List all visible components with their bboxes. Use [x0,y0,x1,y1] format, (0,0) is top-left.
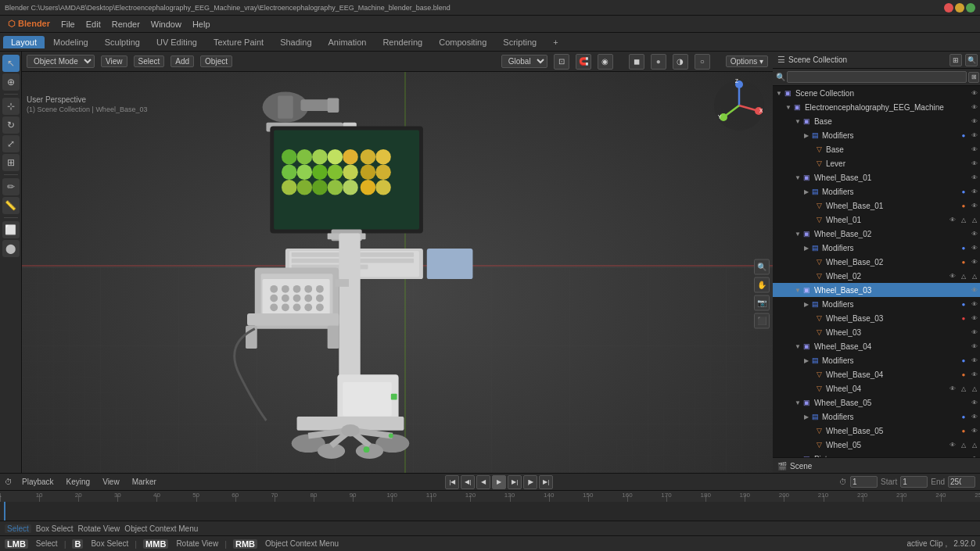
view-menu[interactable]: View [101,55,127,67]
tri-w01b[interactable]: △ [970,215,979,224]
outliner-row-wb01[interactable]: ▼ ▣ Wheel_Base_01 👁 [773,170,980,184]
mode-select[interactable]: Object Mode Edit Mode Sculpt Mode [27,55,95,68]
tab-scripting[interactable]: Scripting [495,36,544,48]
tab-modeling[interactable]: Modeling [45,36,96,48]
eye-wb01-obj[interactable]: 👁 [970,201,979,210]
outliner-row-wb01-obj[interactable]: ▽ Wheel_Base_01 ● 👁 [773,199,980,213]
snap-icon[interactable]: 🧲 [576,54,591,70]
eye-wb03[interactable]: 👁 [970,285,979,295]
end-frame-input[interactable] [948,476,975,488]
outliner-row-wb03-obj[interactable]: ▽ Wheel_Base_03 ● 👁 [773,311,980,325]
play-btn[interactable]: ▶ [492,475,506,489]
expand-mod-wb05[interactable]: ▶ [804,413,809,420]
expand-mod1[interactable]: ▶ [804,132,809,139]
dot-wb05[interactable]: ● [959,412,968,421]
maximize-button[interactable] [966,3,975,13]
select-menu[interactable]: Select [134,55,165,67]
expand-base[interactable]: ▼ [795,118,801,125]
tab-rendering[interactable]: Rendering [375,36,430,48]
tri-w05b[interactable]: △ [970,440,979,449]
viewport-shading-solid[interactable]: ● [651,54,666,70]
outliner-row-wb02[interactable]: ▼ ▣ Wheel_Base_02 👁 [773,227,980,241]
expand-wb04[interactable]: ▼ [795,343,801,350]
tri-w05a[interactable]: △ [959,440,968,449]
pan-tool[interactable]: ✋ [754,277,770,292]
tri-w02b[interactable]: △ [970,271,979,281]
outliner-row-mod-wb01[interactable]: ▶ ▤ Modifiers ● 👁 [773,184,980,199]
tool-annotate[interactable]: ✏ [2,178,20,195]
orange-dot-wb01[interactable]: ● [959,201,968,210]
menu-blender[interactable]: ⬡ Blender [3,18,55,30]
tab-animation[interactable]: Animation [321,36,375,48]
outliner-row-w02[interactable]: ▽ Wheel_02 👁 △ △ [773,269,980,283]
outliner-row-wb05-obj[interactable]: ▽ Wheel_Base_05 ● 👁 [773,424,980,438]
outliner-row-mod-wb02[interactable]: ▶ ▤ Modifiers ● 👁 [773,241,980,255]
eye-mod-wb05[interactable]: 👁 [970,412,979,421]
tl-view[interactable]: View [99,478,123,486]
tl-playback[interactable]: Playback [19,478,57,486]
eye-w04[interactable]: 👁 [948,384,957,393]
add-menu[interactable]: Add [171,55,194,67]
tri-w02a[interactable]: △ [959,271,968,281]
minimize-button[interactable] [955,3,964,13]
tool-transform[interactable]: ⊞ [2,154,20,171]
orange-dot-wb02[interactable]: ● [959,257,968,267]
footer-context[interactable]: Object Context Menu [124,524,198,533]
search-input[interactable] [787,71,967,83]
tri-w04a[interactable]: △ [959,384,968,393]
outliner-row-wb03[interactable]: ▼ ▣ Wheel_Base_03 👁 [773,283,980,297]
dot-icon-1[interactable]: ● [959,131,968,140]
jump-end-btn[interactable]: ▶| [539,475,553,489]
next-keyframe-btn[interactable]: |▶ [523,475,537,489]
eye-icon-base-obj[interactable]: 👁 [970,145,979,154]
tool-move[interactable]: ⊹ [2,98,20,115]
timeline-playhead[interactable] [4,502,5,521]
outliner-tree[interactable]: ▼ ▣ Scene Collection 👁 ▼ ▣ Electroenceph… [773,86,980,457]
outliner-row-mod-wb05[interactable]: ▶ ▤ Modifiers ● 👁 [773,410,980,424]
zoom-tool[interactable]: 🔍 [754,259,770,274]
display-tool[interactable]: ⬛ [754,313,770,328]
current-frame-input[interactable] [850,476,878,488]
prev-frame-btn[interactable]: ◀ [476,475,490,489]
outliner-row-mod-wb04[interactable]: ▶ ▤ Modifiers ● 👁 [773,353,980,367]
orange-dot-wb04[interactable]: ● [959,370,968,379]
options-button[interactable]: Options ▾ [726,55,768,67]
tool-measure[interactable]: 📏 [2,197,20,214]
outliner-filter-icon[interactable]: ⊞ [949,54,962,66]
eye-mod-wb01[interactable]: 👁 [970,187,979,196]
eye-mod-wb04[interactable]: 👁 [970,356,979,365]
outliner-row-base-obj[interactable]: ▽ Base 👁 [773,142,980,156]
tab-texture-paint[interactable]: Texture Paint [206,36,271,48]
footer-box[interactable]: Box Select [36,524,74,533]
tool-add-box[interactable]: ⬜ [2,221,20,238]
eye-icon-lever[interactable]: 👁 [970,159,979,168]
outliner-row-base[interactable]: ▼ ▣ Base 👁 [773,114,980,128]
expand-wb05[interactable]: ▼ [795,399,801,406]
outliner-row-wb05[interactable]: ▼ ▣ Wheel_Base_05 👁 [773,395,980,410]
eye-wb05[interactable]: 👁 [970,398,979,407]
eye-w02[interactable]: 👁 [948,271,957,281]
tl-marker[interactable]: Marker [129,478,160,486]
eye-wb04-obj[interactable]: 👁 [970,370,979,379]
tool-scale[interactable]: ⤢ [2,135,20,152]
menu-window[interactable]: Window [146,19,186,30]
close-button[interactable] [944,3,953,13]
viewport-shading-rendered[interactable]: ○ [695,54,710,70]
start-frame-input[interactable] [900,476,928,488]
tab-layout[interactable]: Layout [3,36,45,48]
filter-icon[interactable]: ⊞ [968,72,979,83]
eye-w05[interactable]: 👁 [948,440,957,449]
eye-icon-wb01[interactable]: 👁 [970,173,979,182]
expand-wb01[interactable]: ▼ [795,174,801,181]
tool-cursor[interactable]: ⊕ [2,73,20,91]
prev-keyframe-btn[interactable]: ◀| [461,475,475,489]
tl-keying[interactable]: Keying [63,478,94,486]
outliner-row-w04[interactable]: ▽ Wheel_04 👁 △ △ [773,381,980,395]
expand-mod-wb01[interactable]: ▶ [804,188,809,195]
eye-w03[interactable]: 👁 [970,327,979,337]
outliner-row-wb02-obj[interactable]: ▽ Wheel_Base_02 ● 👁 [773,255,980,269]
menu-render[interactable]: Render [107,19,145,30]
eye-icon-sc[interactable]: 👁 [970,88,979,98]
expand-mod-wb04[interactable]: ▶ [804,357,809,364]
tool-rotate[interactable]: ↻ [2,116,20,134]
